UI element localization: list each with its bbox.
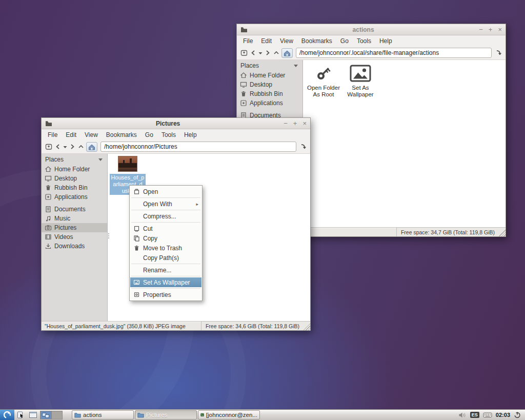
taskbar-button-pictures[interactable]: Pictures [135,410,197,419]
menu-bookmarks[interactable]: Bookmarks [102,130,141,139]
taskbar-button-actions[interactable]: actions [72,410,134,419]
sidebar-item-downloads[interactable]: Downloads [42,242,107,251]
status-bar: "Houses_of_parliament_dusk.jpg" (350,8 K… [42,321,310,330]
menu-file[interactable]: File [239,36,257,46]
folder-icon [240,27,248,33]
menu-item-compress[interactable]: Compress... [130,211,201,221]
sidebar-item-rubbish-bin[interactable]: Rubbish Bin [237,89,302,98]
menu-item-cut[interactable]: Cut [130,224,201,233]
new-tab-icon[interactable] [45,142,53,152]
titlebar[interactable]: Pictures − + × [42,118,310,129]
maximize-button[interactable]: + [489,26,493,33]
sidebar-item-desktop[interactable]: Desktop [237,80,302,89]
menu-item-properties[interactable]: Properties [130,290,201,299]
close-button[interactable]: × [302,120,307,127]
menu-edit[interactable]: Edit [257,36,276,46]
back-icon[interactable] [250,48,256,58]
menu-edit[interactable]: Edit [62,130,80,139]
minimize-button[interactable]: − [284,120,288,127]
history-dropdown-icon[interactable] [258,48,263,58]
back-icon[interactable] [54,142,61,152]
sidebar-item-applications[interactable]: Applications [42,192,107,202]
clock[interactable]: 02:03 [496,412,510,418]
address-bar[interactable]: /home/johnconnor/Pictures [100,142,296,152]
resize-grip[interactable] [304,322,310,330]
taskbar-button-terminal[interactable]: [johnconnor@zen... [198,410,260,419]
jump-to-address-icon[interactable] [495,48,502,58]
sidebar-item-music[interactable]: Music [42,214,107,223]
show-desktop-launcher[interactable] [27,410,39,420]
sidebar-item-home-folder[interactable]: Home Folder [42,165,107,174]
submenu-arrow-icon: ▸ [196,202,198,207]
history-dropdown-icon[interactable] [63,142,68,152]
file-open-folder-as-root[interactable]: Open Folder As Root [305,63,342,98]
menu-tools[interactable]: Tools [157,130,180,139]
menu-item-copy[interactable]: Copy [130,233,201,243]
sidebar-item-pictures[interactable]: Pictures [42,223,107,232]
power-icon[interactable] [514,411,521,418]
menu-go[interactable]: Go [336,36,353,46]
up-icon[interactable] [77,142,85,152]
wallpaper-icon [133,279,140,286]
forward-icon[interactable] [265,48,271,58]
menu-go[interactable]: Go [141,130,157,139]
trash-icon [240,90,247,97]
cut-icon [133,225,140,232]
menu-item-rename[interactable]: Rename... [130,265,201,275]
up-icon[interactable] [273,48,280,58]
forward-icon[interactable] [69,142,76,152]
home-button[interactable] [86,142,97,152]
titlebar[interactable]: actions − + × [237,24,506,35]
menu-file[interactable]: File [44,130,62,139]
file-set-as-wallpaper[interactable]: Set As Wallpaper [342,63,379,98]
menu-help[interactable]: Help [375,36,396,46]
menu-item-open-with[interactable]: Open With ▸ [130,199,201,209]
menu-view[interactable]: View [276,36,297,46]
jump-to-address-icon[interactable] [299,142,307,152]
menu-item-open[interactable]: Open [130,187,201,196]
address-bar[interactable]: /home/johnconnor/.local/share/file-manag… [296,48,492,58]
start-menu-button[interactable] [0,410,14,420]
places-collapse-icon[interactable] [98,158,103,161]
maximize-button[interactable]: + [293,120,297,127]
pane-splitter-handle[interactable] [108,233,109,238]
sidebar-item-applications[interactable]: Applications [237,98,302,108]
menu-help[interactable]: Help [180,130,201,139]
places-header[interactable]: Places [237,61,302,71]
file-view[interactable]: Open Folder As Root Set As Wallpaper [303,60,506,227]
menu-bookmarks[interactable]: Bookmarks [297,36,336,46]
workspace-1[interactable] [41,411,51,419]
places-collapse-icon[interactable] [294,65,298,67]
sidebar-item-documents[interactable]: Documents [42,205,107,214]
menu-item-copy-paths[interactable]: Copy Path(s) [130,253,201,263]
home-button[interactable] [281,48,293,58]
pictures-icon [45,224,52,231]
new-tab-icon[interactable] [240,48,248,58]
sidebar-item-desktop[interactable]: Desktop [42,174,107,183]
menu-tools[interactable]: Tools [353,36,375,46]
keyboard-layout-badge[interactable]: ES [470,412,479,418]
free-space-label: Free space: 34,6 GiB (Total: 119,8 GiB) [201,322,304,330]
minimize-button[interactable]: − [479,26,483,33]
menubar: File Edit View Bookmarks Go Tools Help [237,35,506,46]
sidebar-item-home-folder[interactable]: Home Folder [237,71,302,80]
copy-icon [133,235,140,242]
applications-icon [45,193,52,201]
menu-item-set-as-wallpaper[interactable]: Set As Wallpaper [130,277,201,287]
folder-icon [45,121,52,127]
volume-icon[interactable] [458,412,467,418]
home-icon [45,166,52,173]
sidebar-item-rubbish-bin[interactable]: Rubbish Bin [42,183,107,192]
menu-view[interactable]: View [80,130,102,139]
home-icon [240,72,247,79]
places-header[interactable]: Places [42,154,107,165]
workspace-2[interactable] [51,411,62,419]
menu-item-move-to-trash[interactable]: Move to Trash [130,243,201,253]
close-button[interactable]: × [498,26,502,33]
keyboard-icon[interactable] [483,412,492,418]
window-title: Pictures [52,120,284,127]
file-manager-launcher[interactable] [14,410,27,420]
sidebar-item-videos[interactable]: Videos [42,232,107,242]
workspace-pager[interactable] [40,411,63,419]
resize-grip[interactable] [499,228,506,236]
